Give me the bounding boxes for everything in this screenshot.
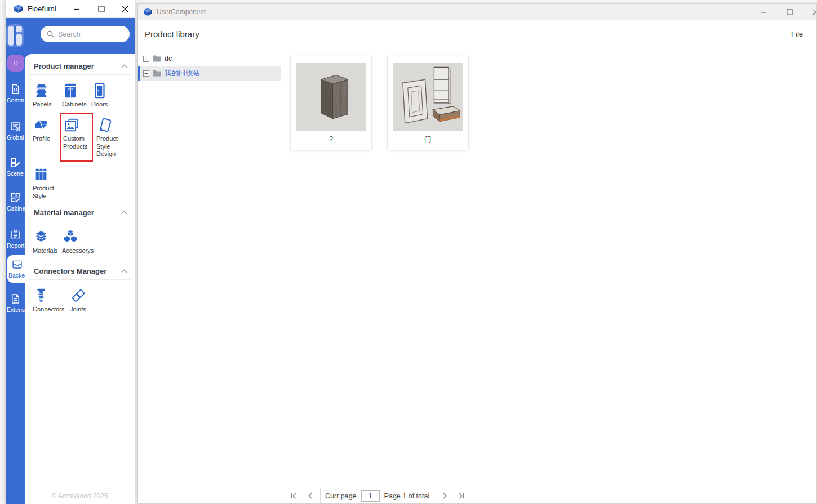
floefurni-logo-icon [14,4,23,14]
expand-plus-icon[interactable] [143,70,149,77]
section-header-connectors-manager[interactable]: Connectors Manager [25,264,135,279]
file-menu[interactable]: File [791,30,803,38]
tool-panels[interactable]: Panels [33,82,62,109]
maximize-button[interactable] [93,0,110,17]
section-header-product-manager[interactable]: Product manager [25,54,135,74]
usercomponent-titlebar: UserComponent [138,4,816,20]
tool-joints[interactable]: Joints [70,287,99,314]
sidebar-item-global[interactable]: Global [6,121,25,141]
tool-product-style[interactable]: Product Style [33,166,65,200]
window-title: Floefurni [28,5,56,13]
section-title: Material manager [34,208,94,217]
scene-blocks-icon [10,157,21,168]
door-parts-3d-thumbnail [393,63,463,131]
tool-label: Profile [33,135,62,143]
tool-product-style-design[interactable]: Product Style Design [96,117,129,158]
tool-custom-products[interactable]: Custom Products [60,113,93,162]
tool-label: Product Style [33,185,65,200]
section-title: Connectors Manager [34,267,106,275]
sidebar-item-comm[interactable]: Comm [6,83,25,104]
product-card-door[interactable]: 门 [387,56,469,150]
tools-panel: Product manager P [25,54,135,504]
sidebar-item-label: Comm [7,97,25,104]
floefurni-window: Floefurni [6,0,135,504]
search-icon [47,30,54,38]
copyright-footer: © ArchiWood 2025 [25,492,135,504]
section-header-material-manager[interactable]: Material manager [25,205,135,221]
search-input[interactable] [58,30,125,38]
tool-label: Panels [33,101,62,109]
chain-link-icon [70,287,87,304]
profile-3d-icon [33,117,50,133]
last-page-button[interactable] [453,488,470,503]
app-header [6,18,135,54]
chevron-up-icon [121,211,127,215]
tilted-tablet-icon [96,117,113,133]
tool-accessorys[interactable]: Accessorys [62,229,101,255]
search-box[interactable] [41,26,130,42]
floefurni-body: D Comm [6,18,135,504]
avatar[interactable]: D [7,55,24,72]
divider [434,488,434,503]
sidebar-item-scene[interactable]: Scene [6,157,25,177]
sidebar-item-report[interactable]: Report [6,229,25,249]
tool-cabinets[interactable]: Cabinets [62,82,91,109]
sidebar-rail: D Comm [6,54,25,504]
previous-page-button[interactable] [301,488,318,503]
close-button[interactable] [808,4,817,20]
product-card-2[interactable]: 2 [290,56,372,150]
tool-label: Connectors [33,306,70,314]
next-page-button[interactable] [436,488,453,503]
folder-tree: dc 我的回收站 [138,48,281,503]
tool-label: Doors [91,101,121,109]
tool-doors[interactable]: Doors [91,82,121,109]
tree-item-label: dc [165,55,172,63]
folder-icon [153,55,161,62]
sidebar-item-backer[interactable]: Backer [7,255,27,283]
tree-item-dc[interactable]: dc [138,51,281,66]
page-number-input[interactable] [361,490,380,502]
close-button[interactable] [117,0,134,17]
tool-label: Cabinets [62,101,91,109]
page-title: Product library [145,29,199,39]
first-page-button[interactable] [285,488,301,503]
tool-profile[interactable]: Profile [33,117,62,158]
product-card-label: 门 [388,131,468,145]
section-title: Product manager [34,62,94,70]
tool-label: Product Style Design [96,135,129,158]
sidebar-item-cabine[interactable]: Cabine [6,191,25,212]
minimize-button[interactable] [68,0,85,17]
sidebar-item-extens[interactable]: Extens [6,293,25,313]
connectors-manager-grid: Connectors Joints [25,280,135,323]
tool-connectors[interactable]: Connectors [33,287,70,314]
tool-label: Custom Products [63,135,91,151]
expand-plus-icon[interactable] [143,56,149,62]
minimize-button[interactable] [756,4,771,20]
divider [320,488,321,503]
divider [472,488,472,503]
product-card-grid: 2 [281,48,816,150]
tool-label: Accessorys [62,247,101,255]
curr-page-label: Curr page [322,492,359,500]
layers-icon [33,229,50,246]
tool-materials[interactable]: Materials [33,229,62,255]
app-logo-icon [6,24,24,47]
library-content: 2 [281,48,816,503]
desktop: Floefurni [0,0,817,504]
maximize-button[interactable] [782,4,797,20]
page-total-label: Page 1 of total [381,492,433,500]
folder-icon [153,70,161,77]
door-icon [91,82,108,99]
usercomponent-logo-icon [143,7,152,16]
floefurni-titlebar: Floefurni [6,0,135,18]
code-document-icon [10,83,21,95]
tree-item-recycle-bin[interactable]: 我的回收站 [138,66,281,81]
cubes-icon [62,229,79,246]
chevron-up-icon [121,269,127,273]
sidebar-item-label: Extens [7,306,25,313]
sidebar-item-label: Scene [7,170,25,177]
settings-list-icon [10,121,21,132]
product-card-label: 2 [291,131,371,143]
screw-icon [33,287,50,304]
binders-icon [33,166,50,183]
